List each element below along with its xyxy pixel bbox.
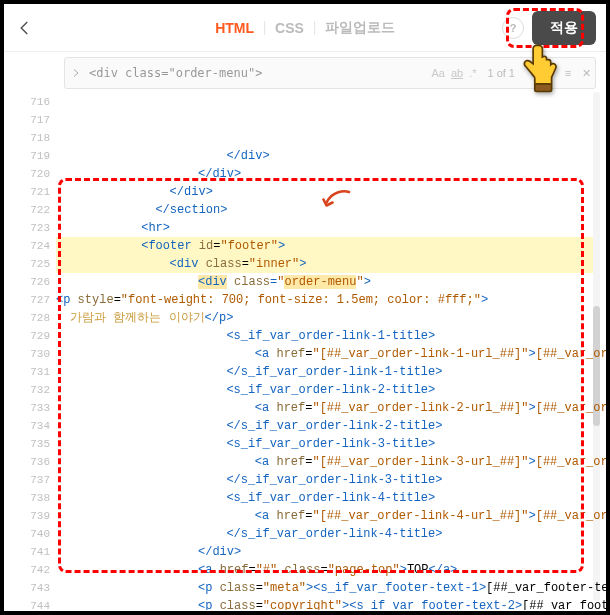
code-line[interactable]: <p class="meta"><s_if_var_footer-text-1>… (56, 579, 606, 597)
code-editor[interactable]: 7167177187197207217227237247257267277287… (4, 91, 606, 610)
find-input[interactable]: <div class="order-menu"> (87, 66, 428, 80)
code-line[interactable]: <div class="order-menu"> (56, 273, 606, 291)
tab-upload[interactable]: 파일업로드 (321, 17, 399, 39)
code-line[interactable]: </s_if_var_order-link-2-title> (56, 417, 606, 435)
code-line[interactable]: <s_if_var_order-link-3-title> (56, 435, 606, 453)
tabs: HTML CSS 파일업로드 (211, 17, 399, 39)
code-line[interactable]: <footer id="footer"> (56, 237, 606, 255)
regex-toggle[interactable]: .* (469, 67, 476, 79)
code-area[interactable]: </div> </div> </div> </section> <hr> <fo… (56, 91, 606, 610)
code-line[interactable]: <a href="#" class="page-top">TOP</a> (56, 561, 606, 579)
code-line[interactable]: <a href="[##_var_order-link-3-url_##]">[… (56, 453, 606, 471)
code-line[interactable]: <div class="inner"> (56, 255, 606, 273)
code-line[interactable]: </div> (56, 183, 606, 201)
close-icon[interactable]: ✕ (577, 67, 595, 80)
code-line[interactable]: </section> (56, 201, 606, 219)
code-line[interactable]: </s_if_var_order-link-3-title> (56, 471, 606, 489)
code-line[interactable]: <p class="copyright"><s_if_var_footer-te… (56, 597, 606, 610)
divider (314, 21, 315, 35)
code-line[interactable]: 가람과 함께하는 이야기</p> (56, 309, 606, 327)
find-prev-icon[interactable]: ↑ (523, 67, 541, 79)
apply-button[interactable]: 적용 (532, 11, 596, 45)
code-line[interactable]: </div> (56, 147, 606, 165)
code-line[interactable]: </s_if_var_order-link-1-title> (56, 363, 606, 381)
code-line[interactable]: <s_if_var_order-link-1-title> (56, 327, 606, 345)
code-line[interactable]: <a href="[##_var_order-link-1-url_##]">[… (56, 345, 606, 363)
find-menu-icon[interactable]: ≡ (559, 67, 577, 79)
tab-css[interactable]: CSS (271, 18, 308, 38)
line-gutter: 7167177187197207217227237247257267277287… (4, 91, 56, 610)
find-count: 1 of 1 (487, 67, 515, 79)
back-icon[interactable] (14, 17, 36, 39)
code-line[interactable]: <a href="[##_var_order-link-2-url_##]">[… (56, 399, 606, 417)
chevron-right-icon[interactable] (65, 58, 87, 88)
match-case-toggle[interactable]: Aa (431, 67, 444, 79)
code-line[interactable]: <s_if_var_order-link-4-title> (56, 489, 606, 507)
right-actions: ? 적용 (502, 11, 596, 45)
code-line[interactable]: </div> (56, 165, 606, 183)
help-button[interactable]: ? (502, 17, 524, 39)
code-line[interactable]: </div> (56, 543, 606, 561)
code-line[interactable]: <hr> (56, 219, 606, 237)
find-bar-wrap: <div class="order-menu"> Aa ab .* 1 of 1… (4, 52, 606, 91)
code-line[interactable]: <s_if_var_order-link-2-title> (56, 381, 606, 399)
code-line[interactable]: <a href="[##_var_order-link-4-url_##]">[… (56, 507, 606, 525)
code-line[interactable]: </s_if_var_order-link-4-title> (56, 525, 606, 543)
top-bar: HTML CSS 파일업로드 ? 적용 (4, 4, 606, 52)
divider (264, 21, 265, 35)
find-bar: <div class="order-menu"> Aa ab .* 1 of 1… (64, 57, 596, 89)
find-next-icon[interactable]: ↓ (541, 67, 559, 79)
code-line[interactable]: <p style="font-weight: 700; font-size: 1… (56, 291, 606, 309)
tab-html[interactable]: HTML (211, 18, 258, 38)
whole-word-toggle[interactable]: ab (451, 67, 463, 79)
